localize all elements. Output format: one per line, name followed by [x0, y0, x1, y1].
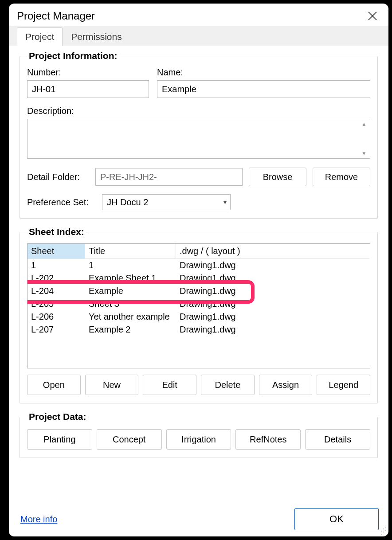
chevron-down-icon: ▾: [223, 199, 227, 206]
concept-button[interactable]: Concept: [97, 429, 162, 450]
ok-button[interactable]: OK: [294, 508, 379, 530]
project-data-buttons: Planting Concept Irrigation RefNotes Det…: [27, 429, 370, 450]
cell-sheet: L-206: [27, 312, 85, 322]
more-info-link[interactable]: More info: [20, 514, 57, 524]
cell-dwg: Drawing1.dwg: [176, 286, 370, 296]
preference-set-value: JH Docu 2: [107, 197, 148, 207]
col-header-title[interactable]: Title: [85, 244, 176, 258]
close-icon[interactable]: [366, 10, 379, 22]
scroll-up-icon[interactable]: ▲: [361, 121, 367, 127]
cell-title: Example Sheet 1: [85, 273, 176, 283]
cell-title: Example: [85, 286, 176, 296]
cell-dwg: Drawing1.dwg: [176, 299, 370, 309]
resize-grip-icon[interactable]: ⋰⋰: [380, 528, 387, 535]
table-row[interactable]: L-204 Example Drawing1.dwg: [27, 285, 370, 297]
new-button[interactable]: New: [85, 375, 139, 395]
table-row[interactable]: 1 1 Drawing1.dwg: [27, 259, 370, 272]
open-button[interactable]: Open: [27, 375, 81, 395]
delete-button[interactable]: Delete: [201, 375, 255, 395]
name-input[interactable]: [157, 80, 370, 98]
cell-dwg: Drawing1.dwg: [176, 260, 370, 270]
edit-button[interactable]: Edit: [143, 375, 196, 395]
col-header-sheet[interactable]: Sheet: [27, 244, 85, 258]
details-button[interactable]: Details: [305, 429, 370, 450]
cell-dwg: Drawing1.dwg: [176, 273, 370, 283]
table-row[interactable]: L-206 Yet another example Drawing1.dwg: [27, 310, 370, 323]
titlebar: Project Manager: [9, 4, 388, 26]
cell-sheet: L-207: [27, 325, 85, 335]
project-manager-window: Project Manager Project Permissions Proj…: [9, 4, 388, 536]
assign-button[interactable]: Assign: [259, 375, 313, 395]
cell-dwg: Drawing1.dwg: [176, 325, 370, 335]
tab-permissions[interactable]: Permissions: [63, 27, 130, 46]
scrollbar[interactable]: ▲ ▼: [360, 121, 368, 157]
cell-dwg: Drawing1.dwg: [176, 312, 370, 322]
project-information-group: Project Information: Number: Name: Descr…: [20, 51, 378, 219]
table-row[interactable]: L-202 Example Sheet 1 Drawing1.dwg: [27, 272, 370, 285]
cell-title: Example 2: [85, 325, 176, 335]
tab-project[interactable]: Project: [17, 27, 63, 46]
description-label: Description:: [27, 106, 370, 116]
col-header-dwg[interactable]: .dwg / ( layout ): [176, 244, 370, 258]
cell-sheet: 1: [27, 260, 85, 270]
cell-title: 1: [85, 260, 176, 270]
tab-content: Project Information: Number: Name: Descr…: [9, 46, 388, 505]
planting-button[interactable]: Planting: [27, 429, 92, 450]
sheet-buttons: Open New Edit Delete Assign Legend: [27, 375, 370, 395]
description-input[interactable]: ▲ ▼: [27, 119, 370, 159]
project-data-legend: Project Data:: [27, 411, 88, 422]
remove-button[interactable]: Remove: [313, 168, 370, 186]
cell-title: Yet another example: [85, 312, 176, 322]
cell-sheet: L-205: [27, 299, 85, 309]
number-input[interactable]: [27, 80, 149, 98]
project-data-group: Project Data: Planting Concept Irrigatio…: [20, 411, 378, 458]
cell-title: Sheet 3: [85, 299, 176, 309]
detail-folder-input[interactable]: [95, 168, 243, 186]
sheet-table[interactable]: Sheet Title .dwg / ( layout ) 1 1 Drawin…: [27, 243, 370, 368]
table-row[interactable]: L-207 Example 2 Drawing1.dwg: [27, 323, 370, 336]
number-label: Number:: [27, 67, 149, 78]
browse-button[interactable]: Browse: [249, 168, 306, 186]
project-information-legend: Project Information:: [27, 51, 119, 61]
table-row[interactable]: L-205 Sheet 3 Drawing1.dwg: [27, 297, 370, 310]
sheet-table-header: Sheet Title .dwg / ( layout ): [27, 244, 370, 259]
preference-set-label: Preference Set:: [27, 197, 96, 207]
bottom-bar: More info OK: [9, 505, 388, 536]
irrigation-button[interactable]: Irrigation: [166, 429, 231, 450]
sheet-index-group: Sheet Index: Sheet Title .dwg / ( layout…: [20, 227, 378, 403]
legend-button[interactable]: Legend: [317, 375, 370, 395]
sheet-table-body: 1 1 Drawing1.dwg L-202 Example Sheet 1 D…: [27, 259, 370, 336]
detail-folder-label: Detail Folder:: [27, 172, 89, 182]
name-label: Name:: [157, 67, 370, 78]
sheet-index-legend: Sheet Index:: [27, 227, 86, 237]
refnotes-button[interactable]: RefNotes: [235, 429, 301, 450]
cell-sheet: L-204: [27, 286, 85, 296]
tabs: Project Permissions: [9, 26, 388, 46]
cell-sheet: L-202: [27, 273, 85, 283]
window-title: Project Manager: [17, 10, 95, 22]
scroll-down-icon[interactable]: ▼: [361, 150, 367, 157]
preference-set-select[interactable]: JH Docu 2 ▾: [102, 194, 231, 210]
